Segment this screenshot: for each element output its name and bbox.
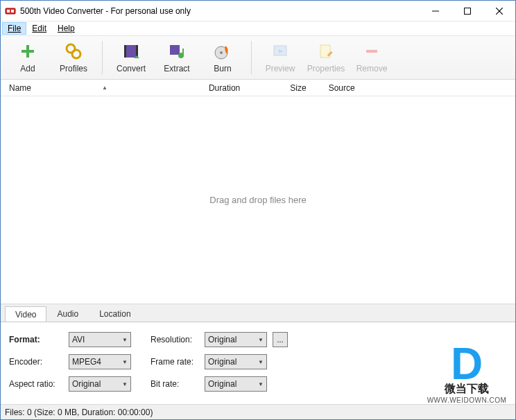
svg-rect-1 [7, 10, 10, 12]
dropzone-hint: Drag and drop files here [209, 195, 306, 205]
properties-button: Properties [304, 42, 347, 73]
window-title: 500th Video Converter - For personal use… [20, 6, 420, 16]
tab-location[interactable]: Location [89, 306, 141, 322]
toolbar-separator [251, 41, 252, 74]
aspect-label: Aspect ratio: [9, 379, 66, 389]
minimize-button[interactable] [420, 1, 452, 21]
svg-rect-8 [22, 50, 34, 53]
svg-rect-17 [182, 49, 184, 55]
disc-flame-icon [213, 42, 232, 61]
format-select[interactable]: AVI▼ [69, 332, 131, 347]
statusbar: Files: 0 (Size: 0 MB, Duration: 00:00:00… [1, 404, 515, 419]
music-icon [167, 42, 187, 61]
add-label: Add [20, 64, 35, 73]
pencil-page-icon [316, 42, 336, 61]
titlebar: 500th Video Converter - For personal use… [1, 1, 515, 21]
watermark-url: WWW.WEIDOWN.COM [425, 396, 508, 404]
remove-label: Remove [356, 64, 388, 73]
svg-rect-4 [465, 8, 471, 14]
burn-button[interactable]: Burn [201, 42, 244, 73]
profiles-label: Profiles [60, 64, 87, 73]
svg-rect-15 [170, 45, 180, 55]
column-header: Name ▲ Duration Size Source [1, 80, 515, 96]
bitrate-label: Bit rate: [150, 379, 202, 389]
video-settings-panel: Format: AVI▼ Encoder: MPEG4▼ Aspect rati… [1, 322, 515, 404]
close-button[interactable] [483, 1, 515, 21]
svg-rect-12 [124, 45, 126, 58]
framerate-label: Frame rate: [150, 357, 202, 367]
col-size[interactable]: Size [286, 83, 310, 93]
tab-audio[interactable]: Audio [46, 306, 89, 322]
aspect-select[interactable]: Original▼ [69, 376, 131, 392]
burn-label: Burn [214, 64, 231, 73]
maximize-button[interactable] [452, 1, 483, 21]
plus-icon [18, 42, 37, 61]
encoder-label: Encoder: [9, 357, 66, 367]
svg-point-19 [220, 51, 223, 54]
extract-label: Extract [164, 64, 189, 73]
preview-button: Preview [259, 42, 302, 73]
resolution-more-button[interactable]: ... [273, 332, 288, 347]
svg-point-10 [72, 50, 80, 58]
settings-tabs: Video Audio Location [1, 304, 515, 322]
film-icon [121, 42, 141, 61]
gear-icon [64, 42, 83, 61]
watermark: D 微当下载 WWW.WEIDOWN.COM [425, 344, 508, 404]
preview-label: Preview [266, 64, 295, 73]
extract-button[interactable]: Extract [155, 42, 198, 73]
resolution-label: Resolution: [150, 335, 202, 344]
profiles-button[interactable]: Profiles [52, 42, 95, 73]
add-button[interactable]: Add [6, 42, 49, 73]
convert-button[interactable]: Convert [110, 42, 153, 73]
minus-icon [362, 42, 381, 61]
col-name[interactable]: Name [5, 83, 46, 93]
menu-edit[interactable]: Edit [26, 22, 52, 35]
status-text: Files: 0 (Size: 0 MB, Duration: 00:00:00… [5, 408, 153, 417]
watermark-logo: D [425, 344, 508, 385]
menu-help[interactable]: Help [52, 22, 80, 35]
tab-video[interactable]: Video [5, 306, 46, 322]
properties-label: Properties [307, 64, 345, 73]
convert-label: Convert [117, 64, 146, 73]
app-icon [5, 6, 16, 17]
framerate-select[interactable]: Original▼ [205, 354, 267, 369]
bitrate-select[interactable]: Original▼ [205, 376, 267, 392]
app-window: 500th Video Converter - For personal use… [0, 0, 516, 420]
svg-rect-24 [366, 50, 377, 53]
svg-rect-13 [136, 45, 138, 58]
menubar: File Edit Help [1, 21, 515, 35]
toolbar: Add Profiles Convert Extract Burn Previe… [1, 35, 515, 80]
encoder-select[interactable]: MPEG4▼ [69, 354, 131, 369]
watermark-cn: 微当下载 [425, 382, 508, 396]
sort-asc-icon: ▲ [102, 85, 108, 91]
file-list-dropzone[interactable]: Drag and drop files here [1, 96, 515, 304]
remove-button: Remove [350, 42, 393, 73]
format-label: Format: [9, 335, 66, 344]
resolution-select[interactable]: Original▼ [205, 332, 267, 347]
preview-icon [270, 42, 290, 61]
col-source[interactable]: Source [325, 83, 359, 93]
menu-file[interactable]: File [2, 22, 26, 35]
toolbar-separator [102, 41, 103, 74]
col-duration[interactable]: Duration [205, 83, 244, 93]
svg-rect-2 [11, 10, 14, 12]
